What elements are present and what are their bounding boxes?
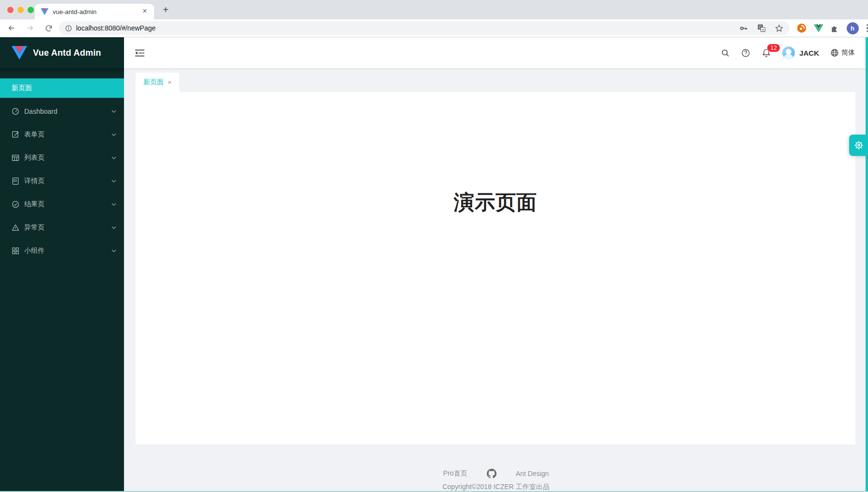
- sidebar-item-label: 新页面: [12, 84, 116, 92]
- svg-text:文: 文: [761, 28, 764, 31]
- sidebar-item-label: 异常页: [24, 223, 111, 232]
- app-header: 12 JACK 简体: [124, 37, 868, 68]
- extensions-puzzle-icon[interactable]: [830, 23, 840, 33]
- table-icon: [12, 154, 19, 162]
- url-text[interactable]: localhost:8080/#/newPage: [76, 24, 739, 32]
- page-tab-active[interactable]: 新页面 ×: [136, 73, 179, 92]
- browser-toolbar: localhost:8080/#/newPage G文 h: [0, 19, 868, 37]
- sidebar-item-results[interactable]: 结果页: [0, 195, 124, 214]
- notifications-bell-icon[interactable]: 12: [761, 48, 771, 58]
- locale-label: 简体: [841, 48, 855, 57]
- vue-logo-icon: [12, 46, 27, 60]
- extension-orange-icon[interactable]: [796, 23, 807, 33]
- page-tabbar: 新页面 ×: [124, 68, 868, 92]
- new-tab-button[interactable]: +: [160, 4, 171, 16]
- help-icon[interactable]: [741, 48, 750, 58]
- locale-switcher[interactable]: 简体: [830, 48, 855, 57]
- minimize-window-button[interactable]: [17, 7, 24, 13]
- chevron-down-icon: [111, 110, 116, 113]
- tab-close-icon[interactable]: ×: [140, 7, 149, 16]
- chevron-down-icon: [111, 133, 116, 136]
- page-title: 演示页面: [136, 92, 855, 216]
- sidebar-item-lists[interactable]: 列表页: [0, 148, 124, 168]
- back-icon[interactable]: [6, 22, 17, 34]
- user-name: JACK: [799, 49, 819, 57]
- app-title: Vue Antd Admin: [33, 48, 101, 58]
- chevron-down-icon: [111, 249, 116, 252]
- copyright-text: Copyright©2018 ICZER 工作室出品: [124, 483, 868, 492]
- zoom-window-button[interactable]: [28, 7, 34, 13]
- main-area: 12 JACK 简体 新页面 ×: [124, 37, 868, 492]
- vue-favicon-icon: [41, 8, 48, 15]
- globe-icon: [830, 48, 839, 57]
- sidebar-item-label: Dashboard: [24, 108, 111, 115]
- password-key-icon[interactable]: [739, 24, 748, 33]
- form-icon: [12, 131, 19, 138]
- settings-drawer-edge: [866, 37, 868, 491]
- bookmark-star-icon[interactable]: [775, 24, 784, 33]
- chevron-down-icon: [111, 203, 116, 206]
- close-window-button[interactable]: [7, 7, 14, 13]
- browser-tab[interactable]: vue-antd-admin ×: [35, 4, 154, 19]
- browser-menu-icon[interactable]: [867, 24, 868, 32]
- footer-link-antd[interactable]: Ant Design: [516, 470, 549, 477]
- traffic-lights: [7, 7, 34, 13]
- gear-icon: [853, 140, 864, 151]
- github-icon[interactable]: [487, 469, 496, 478]
- notification-badge: 12: [767, 44, 780, 52]
- forward-icon[interactable]: [24, 22, 36, 34]
- check-circle-icon: [12, 200, 19, 208]
- app-logo[interactable]: Vue Antd Admin: [0, 37, 124, 68]
- address-bar[interactable]: localhost:8080/#/newPage G文: [59, 21, 790, 35]
- menu-fold-icon[interactable]: [134, 47, 145, 59]
- browser-tab-strip: vue-antd-admin × +: [0, 0, 868, 19]
- sidebar-item-exceptions[interactable]: 异常页: [0, 218, 124, 237]
- site-info-icon[interactable]: [65, 25, 72, 32]
- warning-icon: [12, 224, 19, 231]
- sidebar-item-widgets[interactable]: 小组件: [0, 241, 124, 261]
- reload-icon[interactable]: [43, 22, 54, 34]
- chevron-down-icon: [111, 226, 116, 229]
- dashboard-icon: [12, 108, 19, 115]
- chevron-down-icon: [111, 156, 116, 159]
- appstore-icon: [12, 247, 19, 255]
- sidebar-item-label: 结果页: [24, 200, 111, 209]
- sidebar-item-dashboard[interactable]: Dashboard: [0, 102, 124, 121]
- page-tab-label: 新页面: [143, 78, 164, 87]
- page-tab-close-icon[interactable]: ×: [168, 78, 171, 86]
- sidebar-item-label: 列表页: [24, 154, 111, 162]
- sidebar-menu: 新页面 Dashboard 表单页 列表页: [0, 68, 124, 492]
- browser-profile-avatar[interactable]: h: [847, 22, 859, 34]
- sidebar-item-details[interactable]: 详情页: [0, 171, 124, 191]
- search-icon[interactable]: [721, 48, 730, 58]
- user-avatar: [782, 46, 795, 59]
- content-card: 演示页面: [136, 92, 855, 445]
- sidebar-item-label: 表单页: [24, 130, 111, 139]
- app-footer: Pro首页 Ant Design Copyright©2018 ICZER 工作…: [124, 469, 868, 492]
- settings-button[interactable]: [849, 135, 868, 156]
- user-menu[interactable]: JACK: [782, 46, 819, 59]
- page-content: 新页面 × 演示页面 Pro首页 Ant Design Copyright©20…: [124, 68, 868, 492]
- profile-icon: [12, 177, 19, 185]
- sidebar-item-label: 详情页: [24, 177, 111, 185]
- chevron-down-icon: [111, 180, 116, 183]
- translate-icon[interactable]: G文: [757, 24, 766, 32]
- browser-tab-title: vue-antd-admin: [53, 8, 140, 15]
- footer-link-pro[interactable]: Pro首页: [443, 469, 467, 478]
- vue-devtools-icon[interactable]: [814, 24, 823, 32]
- sidebar: Vue Antd Admin 新页面 Dashboard 表单页: [0, 37, 124, 492]
- sidebar-item-label: 小组件: [24, 246, 111, 255]
- app-window: Vue Antd Admin 新页面 Dashboard 表单页: [0, 37, 868, 492]
- sidebar-item-new-page[interactable]: 新页面: [0, 78, 124, 98]
- sidebar-item-forms[interactable]: 表单页: [0, 125, 124, 144]
